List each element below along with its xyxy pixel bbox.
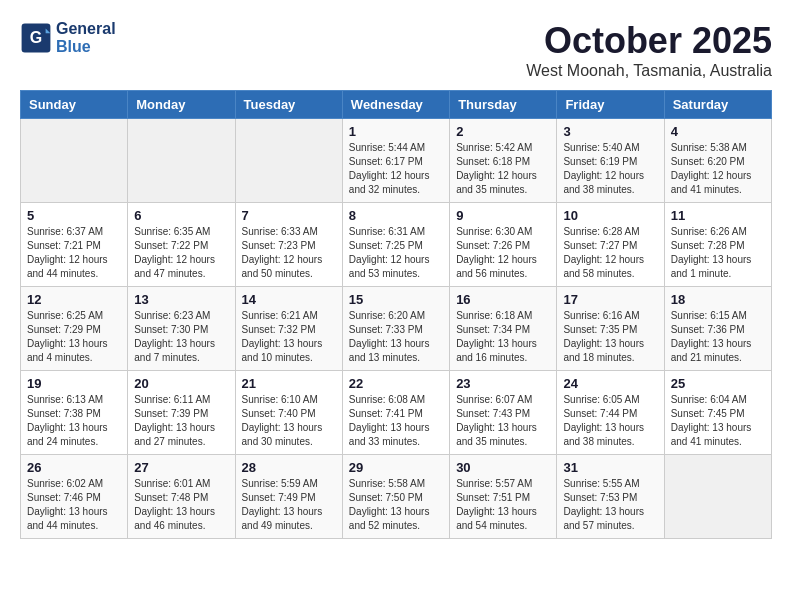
- day-number: 5: [27, 208, 121, 223]
- calendar-cell: 30Sunrise: 5:57 AM Sunset: 7:51 PM Dayli…: [450, 455, 557, 539]
- location-subtitle: West Moonah, Tasmania, Australia: [526, 62, 772, 80]
- day-info: Sunrise: 6:11 AM Sunset: 7:39 PM Dayligh…: [134, 393, 228, 449]
- day-number: 11: [671, 208, 765, 223]
- day-info: Sunrise: 5:44 AM Sunset: 6:17 PM Dayligh…: [349, 141, 443, 197]
- page-header: G General Blue October 2025 West Moonah,…: [20, 20, 772, 80]
- day-number: 21: [242, 376, 336, 391]
- day-number: 26: [27, 460, 121, 475]
- day-number: 30: [456, 460, 550, 475]
- calendar-cell: 13Sunrise: 6:23 AM Sunset: 7:30 PM Dayli…: [128, 287, 235, 371]
- day-number: 18: [671, 292, 765, 307]
- day-info: Sunrise: 5:55 AM Sunset: 7:53 PM Dayligh…: [563, 477, 657, 533]
- calendar-cell: 16Sunrise: 6:18 AM Sunset: 7:34 PM Dayli…: [450, 287, 557, 371]
- calendar-cell: 3Sunrise: 5:40 AM Sunset: 6:19 PM Daylig…: [557, 119, 664, 203]
- calendar-cell: 28Sunrise: 5:59 AM Sunset: 7:49 PM Dayli…: [235, 455, 342, 539]
- calendar-cell: 21Sunrise: 6:10 AM Sunset: 7:40 PM Dayli…: [235, 371, 342, 455]
- logo-icon: G: [20, 22, 52, 54]
- day-number: 14: [242, 292, 336, 307]
- calendar-cell: 4Sunrise: 5:38 AM Sunset: 6:20 PM Daylig…: [664, 119, 771, 203]
- day-info: Sunrise: 5:40 AM Sunset: 6:19 PM Dayligh…: [563, 141, 657, 197]
- calendar-cell: [128, 119, 235, 203]
- logo-text-line1: General: [56, 20, 116, 38]
- day-number: 6: [134, 208, 228, 223]
- month-title: October 2025: [526, 20, 772, 62]
- day-info: Sunrise: 6:02 AM Sunset: 7:46 PM Dayligh…: [27, 477, 121, 533]
- day-of-week-header: Monday: [128, 91, 235, 119]
- day-number: 4: [671, 124, 765, 139]
- calendar-cell: 15Sunrise: 6:20 AM Sunset: 7:33 PM Dayli…: [342, 287, 449, 371]
- day-number: 22: [349, 376, 443, 391]
- calendar-cell: 25Sunrise: 6:04 AM Sunset: 7:45 PM Dayli…: [664, 371, 771, 455]
- day-of-week-header: Thursday: [450, 91, 557, 119]
- logo-text-line2: Blue: [56, 38, 116, 56]
- day-info: Sunrise: 6:31 AM Sunset: 7:25 PM Dayligh…: [349, 225, 443, 281]
- calendar-cell: 10Sunrise: 6:28 AM Sunset: 7:27 PM Dayli…: [557, 203, 664, 287]
- day-info: Sunrise: 6:33 AM Sunset: 7:23 PM Dayligh…: [242, 225, 336, 281]
- day-info: Sunrise: 6:01 AM Sunset: 7:48 PM Dayligh…: [134, 477, 228, 533]
- day-info: Sunrise: 6:37 AM Sunset: 7:21 PM Dayligh…: [27, 225, 121, 281]
- calendar-cell: 1Sunrise: 5:44 AM Sunset: 6:17 PM Daylig…: [342, 119, 449, 203]
- title-block: October 2025 West Moonah, Tasmania, Aust…: [526, 20, 772, 80]
- calendar-cell: 17Sunrise: 6:16 AM Sunset: 7:35 PM Dayli…: [557, 287, 664, 371]
- day-number: 10: [563, 208, 657, 223]
- day-number: 7: [242, 208, 336, 223]
- calendar-cell: 14Sunrise: 6:21 AM Sunset: 7:32 PM Dayli…: [235, 287, 342, 371]
- day-number: 2: [456, 124, 550, 139]
- day-info: Sunrise: 5:42 AM Sunset: 6:18 PM Dayligh…: [456, 141, 550, 197]
- day-number: 27: [134, 460, 228, 475]
- calendar-cell: 9Sunrise: 6:30 AM Sunset: 7:26 PM Daylig…: [450, 203, 557, 287]
- day-number: 12: [27, 292, 121, 307]
- day-info: Sunrise: 6:26 AM Sunset: 7:28 PM Dayligh…: [671, 225, 765, 281]
- calendar-cell: 29Sunrise: 5:58 AM Sunset: 7:50 PM Dayli…: [342, 455, 449, 539]
- calendar-cell: 8Sunrise: 6:31 AM Sunset: 7:25 PM Daylig…: [342, 203, 449, 287]
- calendar-week-row: 1Sunrise: 5:44 AM Sunset: 6:17 PM Daylig…: [21, 119, 772, 203]
- day-info: Sunrise: 6:20 AM Sunset: 7:33 PM Dayligh…: [349, 309, 443, 365]
- day-info: Sunrise: 5:59 AM Sunset: 7:49 PM Dayligh…: [242, 477, 336, 533]
- day-number: 20: [134, 376, 228, 391]
- day-info: Sunrise: 5:38 AM Sunset: 6:20 PM Dayligh…: [671, 141, 765, 197]
- day-info: Sunrise: 6:10 AM Sunset: 7:40 PM Dayligh…: [242, 393, 336, 449]
- calendar-cell: [21, 119, 128, 203]
- day-info: Sunrise: 6:08 AM Sunset: 7:41 PM Dayligh…: [349, 393, 443, 449]
- day-info: Sunrise: 6:18 AM Sunset: 7:34 PM Dayligh…: [456, 309, 550, 365]
- day-info: Sunrise: 6:13 AM Sunset: 7:38 PM Dayligh…: [27, 393, 121, 449]
- day-number: 28: [242, 460, 336, 475]
- calendar-table: SundayMondayTuesdayWednesdayThursdayFrid…: [20, 90, 772, 539]
- day-info: Sunrise: 6:23 AM Sunset: 7:30 PM Dayligh…: [134, 309, 228, 365]
- calendar-cell: 5Sunrise: 6:37 AM Sunset: 7:21 PM Daylig…: [21, 203, 128, 287]
- day-of-week-header: Tuesday: [235, 91, 342, 119]
- day-info: Sunrise: 5:57 AM Sunset: 7:51 PM Dayligh…: [456, 477, 550, 533]
- day-info: Sunrise: 6:16 AM Sunset: 7:35 PM Dayligh…: [563, 309, 657, 365]
- day-number: 31: [563, 460, 657, 475]
- day-number: 9: [456, 208, 550, 223]
- day-info: Sunrise: 6:21 AM Sunset: 7:32 PM Dayligh…: [242, 309, 336, 365]
- day-info: Sunrise: 6:15 AM Sunset: 7:36 PM Dayligh…: [671, 309, 765, 365]
- day-number: 23: [456, 376, 550, 391]
- day-number: 19: [27, 376, 121, 391]
- day-of-week-header: Wednesday: [342, 91, 449, 119]
- calendar-cell: 20Sunrise: 6:11 AM Sunset: 7:39 PM Dayli…: [128, 371, 235, 455]
- calendar-cell: 23Sunrise: 6:07 AM Sunset: 7:43 PM Dayli…: [450, 371, 557, 455]
- svg-text:G: G: [30, 29, 42, 46]
- day-number: 29: [349, 460, 443, 475]
- day-number: 13: [134, 292, 228, 307]
- day-number: 8: [349, 208, 443, 223]
- calendar-cell: 27Sunrise: 6:01 AM Sunset: 7:48 PM Dayli…: [128, 455, 235, 539]
- day-info: Sunrise: 6:05 AM Sunset: 7:44 PM Dayligh…: [563, 393, 657, 449]
- calendar-cell: 19Sunrise: 6:13 AM Sunset: 7:38 PM Dayli…: [21, 371, 128, 455]
- calendar-cell: [664, 455, 771, 539]
- day-of-week-header: Saturday: [664, 91, 771, 119]
- calendar-week-row: 12Sunrise: 6:25 AM Sunset: 7:29 PM Dayli…: [21, 287, 772, 371]
- calendar-cell: [235, 119, 342, 203]
- day-info: Sunrise: 6:30 AM Sunset: 7:26 PM Dayligh…: [456, 225, 550, 281]
- day-of-week-header: Sunday: [21, 91, 128, 119]
- calendar-cell: 22Sunrise: 6:08 AM Sunset: 7:41 PM Dayli…: [342, 371, 449, 455]
- day-number: 3: [563, 124, 657, 139]
- calendar-week-row: 5Sunrise: 6:37 AM Sunset: 7:21 PM Daylig…: [21, 203, 772, 287]
- calendar-cell: 6Sunrise: 6:35 AM Sunset: 7:22 PM Daylig…: [128, 203, 235, 287]
- day-info: Sunrise: 6:04 AM Sunset: 7:45 PM Dayligh…: [671, 393, 765, 449]
- calendar-cell: 26Sunrise: 6:02 AM Sunset: 7:46 PM Dayli…: [21, 455, 128, 539]
- day-info: Sunrise: 5:58 AM Sunset: 7:50 PM Dayligh…: [349, 477, 443, 533]
- calendar-week-row: 19Sunrise: 6:13 AM Sunset: 7:38 PM Dayli…: [21, 371, 772, 455]
- logo: G General Blue: [20, 20, 116, 56]
